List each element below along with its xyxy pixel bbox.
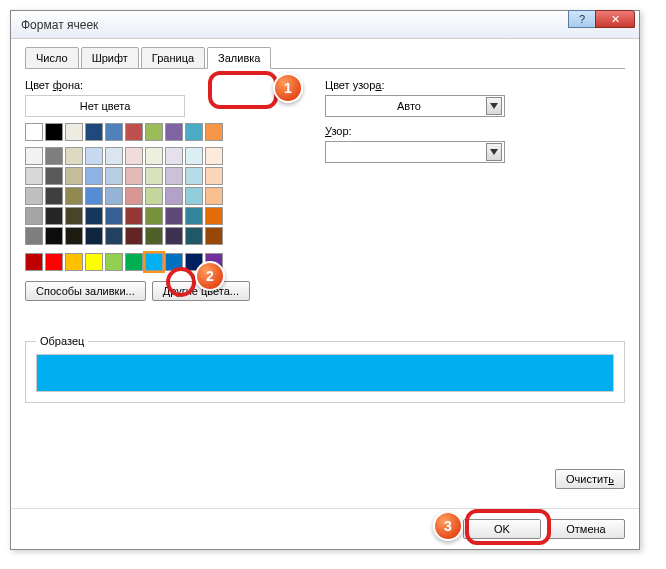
annotation-badge: 3 — [433, 511, 463, 541]
color-swatch[interactable] — [165, 123, 183, 141]
color-swatch[interactable] — [85, 167, 103, 185]
color-swatch[interactable] — [85, 147, 103, 165]
pattern-color-value: Авто — [397, 100, 421, 112]
color-swatch[interactable] — [25, 187, 43, 205]
ok-button[interactable]: OK — [463, 519, 541, 539]
dialog-window: Формат ячеек ? ✕ Число Шрифт Граница Зал… — [10, 10, 640, 550]
color-swatch[interactable] — [105, 147, 123, 165]
dialog-footer: OK Отмена — [11, 508, 639, 549]
pattern-color-label: Цвет узора: — [325, 79, 585, 91]
tab-border[interactable]: Граница — [141, 47, 205, 69]
color-swatch[interactable] — [125, 167, 143, 185]
color-swatch[interactable] — [25, 207, 43, 225]
color-swatch[interactable] — [185, 227, 203, 245]
pattern-combo[interactable] — [325, 141, 505, 163]
color-swatch[interactable] — [125, 123, 143, 141]
color-swatch[interactable] — [145, 227, 163, 245]
color-swatch[interactable] — [45, 227, 63, 245]
color-swatch[interactable] — [205, 207, 223, 225]
color-swatch[interactable] — [165, 167, 183, 185]
pattern-color-combo[interactable]: Авто — [325, 95, 505, 117]
palette-standard — [25, 253, 295, 271]
sample-preview — [36, 354, 614, 392]
color-swatch[interactable] — [45, 123, 63, 141]
clear-button[interactable]: Очистить — [555, 469, 625, 489]
color-swatch[interactable] — [185, 123, 203, 141]
color-swatch[interactable] — [105, 207, 123, 225]
color-swatch[interactable] — [145, 147, 163, 165]
color-swatch[interactable] — [165, 227, 183, 245]
color-swatch[interactable] — [125, 207, 143, 225]
color-swatch[interactable] — [105, 227, 123, 245]
pattern-section: Цвет узора: Авто Узор: — [325, 79, 585, 301]
color-swatch[interactable] — [145, 207, 163, 225]
color-swatch[interactable] — [65, 147, 83, 165]
color-swatch[interactable] — [85, 187, 103, 205]
tab-strip: Число Шрифт Граница Заливка — [25, 47, 625, 69]
color-swatch[interactable] — [205, 227, 223, 245]
color-swatch[interactable] — [105, 253, 123, 271]
color-swatch[interactable] — [25, 123, 43, 141]
color-swatch[interactable] — [185, 167, 203, 185]
color-swatch[interactable] — [65, 207, 83, 225]
tab-content-fill: Цвет фона: Нет цвета Способы заливки... … — [25, 69, 625, 403]
color-swatch[interactable] — [205, 167, 223, 185]
color-swatch[interactable] — [105, 167, 123, 185]
color-swatch[interactable] — [25, 167, 43, 185]
color-swatch[interactable] — [65, 227, 83, 245]
palette-theme-main — [25, 123, 295, 141]
color-swatch[interactable] — [185, 147, 203, 165]
color-swatch[interactable] — [85, 123, 103, 141]
dialog-title: Формат ячеек — [17, 18, 98, 32]
color-swatch[interactable] — [105, 187, 123, 205]
color-swatch[interactable] — [145, 123, 163, 141]
color-swatch[interactable] — [165, 207, 183, 225]
dialog-body: Число Шрифт Граница Заливка Цвет фона: Н… — [11, 39, 639, 549]
color-swatch[interactable] — [65, 123, 83, 141]
color-swatch[interactable] — [185, 207, 203, 225]
color-swatch[interactable] — [45, 187, 63, 205]
color-swatch[interactable] — [125, 187, 143, 205]
color-swatch[interactable] — [165, 187, 183, 205]
color-swatch[interactable] — [205, 147, 223, 165]
annotation-badge: 1 — [273, 73, 303, 103]
color-swatch[interactable] — [165, 253, 183, 271]
color-swatch[interactable] — [65, 187, 83, 205]
color-swatch[interactable] — [45, 167, 63, 185]
close-icon: ✕ — [611, 13, 620, 26]
color-swatch[interactable] — [25, 227, 43, 245]
cancel-button[interactable]: Отмена — [547, 519, 625, 539]
color-swatch[interactable] — [65, 253, 83, 271]
color-swatch[interactable] — [185, 187, 203, 205]
fill-effects-button[interactable]: Способы заливки... — [25, 281, 146, 301]
color-swatch[interactable] — [45, 147, 63, 165]
color-swatch[interactable] — [45, 207, 63, 225]
color-swatch[interactable] — [105, 123, 123, 141]
color-swatch[interactable] — [85, 227, 103, 245]
tab-number[interactable]: Число — [25, 47, 79, 69]
color-swatch[interactable] — [145, 187, 163, 205]
color-swatch[interactable] — [25, 147, 43, 165]
color-swatch[interactable] — [165, 147, 183, 165]
bg-color-section: Цвет фона: Нет цвета Способы заливки... … — [25, 79, 295, 301]
tab-fill[interactable]: Заливка — [207, 47, 271, 69]
bg-color-label: Цвет фона: — [25, 79, 295, 91]
color-swatch[interactable] — [145, 167, 163, 185]
help-icon: ? — [579, 13, 585, 25]
color-swatch[interactable] — [145, 253, 163, 271]
close-button[interactable]: ✕ — [595, 10, 635, 28]
color-swatch[interactable] — [45, 253, 63, 271]
color-swatch[interactable] — [85, 207, 103, 225]
color-swatch[interactable] — [125, 253, 143, 271]
titlebar: Формат ячеек ? ✕ — [11, 11, 639, 39]
no-color-button[interactable]: Нет цвета — [25, 95, 185, 117]
color-swatch[interactable] — [125, 227, 143, 245]
color-swatch[interactable] — [205, 187, 223, 205]
color-swatch[interactable] — [25, 253, 43, 271]
help-button[interactable]: ? — [568, 10, 596, 28]
tab-font[interactable]: Шрифт — [81, 47, 139, 69]
color-swatch[interactable] — [125, 147, 143, 165]
color-swatch[interactable] — [65, 167, 83, 185]
color-swatch[interactable] — [85, 253, 103, 271]
color-swatch[interactable] — [205, 123, 223, 141]
